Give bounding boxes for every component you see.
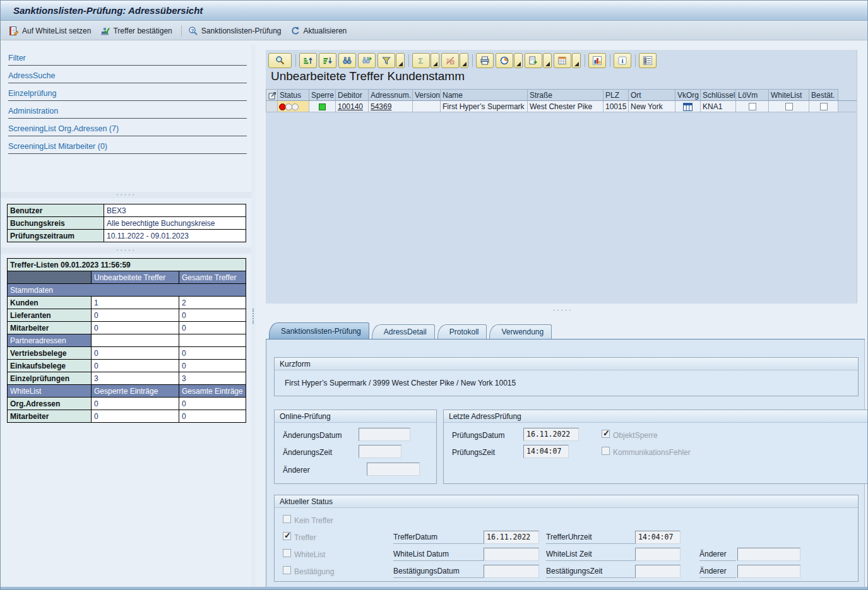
trefferdatum-field[interactable]: 16.11.2022 (484, 531, 539, 544)
subtotal-dropdown-icon[interactable] (460, 53, 468, 68)
col-header-name[interactable]: Name (441, 90, 528, 101)
sort-descending-icon[interactable] (319, 53, 336, 68)
subtotal-icon[interactable]: Σ (441, 53, 459, 68)
col-header-ort[interactable]: Ort (629, 90, 675, 101)
select-all-icon[interactable] (266, 90, 278, 101)
pruefungsdatum-field[interactable]: 16.11.2022 (523, 428, 579, 441)
toolbar-separator (635, 54, 636, 67)
layout-dropdown-icon[interactable] (572, 53, 581, 68)
tab-sanktionslisten-pruefung[interactable]: Sanktionslisten-Prüfung (269, 322, 369, 339)
tab-content-panel: Kurzform First Hyper’s Supermark / 3999 … (266, 339, 865, 587)
row-value: 0 (92, 309, 179, 322)
bestaet-cell (809, 101, 838, 112)
nav-link-einzelpruefung[interactable]: Einzelprüfung (8, 83, 247, 101)
info-icon[interactable]: i (614, 53, 631, 68)
views-icon[interactable] (496, 53, 513, 68)
pruefungszeit-field[interactable]: 14:04:07 (523, 445, 569, 458)
col-header-debitor[interactable]: Debitor (336, 90, 369, 101)
confirm-hit-button[interactable]: Treffer bestätigen (97, 24, 177, 38)
vkorg-cell[interactable] (675, 101, 701, 112)
col-header-adressnum[interactable]: Adressnum. (369, 90, 413, 101)
sum-icon[interactable]: Σ (412, 53, 430, 68)
whitelist-checkbox[interactable] (785, 103, 793, 110)
ort-cell: New York (629, 101, 675, 112)
col-header-schluessel[interactable]: Schlüssel (701, 90, 736, 101)
nav-link-screeninglist-mitarbeiter[interactable]: ScreeningList Mitarbeiter (0) (8, 136, 247, 154)
layout-icon[interactable] (554, 53, 571, 68)
checklist-icon[interactable] (639, 53, 657, 68)
bestaetigungszeit-field[interactable] (635, 565, 681, 578)
trefferuhrzeit-field[interactable]: 14:04:07 (635, 531, 681, 544)
sort-ascending-icon[interactable] (299, 53, 317, 68)
sperre-cell (309, 101, 336, 112)
sum-dropdown-icon[interactable] (431, 53, 439, 68)
whitelist-datum-field[interactable] (484, 548, 539, 561)
set-whitelist-label: Auf WhiteList setzen (22, 27, 91, 35)
objektsperre-checkbox[interactable] (602, 430, 610, 438)
band-whitelist-col: Gesperrte Einträge (92, 385, 179, 398)
tab-verwendung[interactable]: Verwendung (489, 324, 552, 339)
aenderer1-field[interactable] (737, 548, 800, 561)
filter-dropdown-icon[interactable] (396, 53, 405, 68)
col-header-vkorg[interactable]: VkOrg (675, 90, 701, 101)
whitelist-zeit-field[interactable] (635, 548, 681, 561)
find-icon[interactable] (338, 53, 356, 68)
col-header-bestaet[interactable]: Bestät. (809, 90, 838, 101)
kommunikationsfehler-checkbox[interactable] (602, 447, 610, 455)
set-whitelist-button[interactable]: Auf WhiteList setzen (6, 24, 97, 38)
aenderer-label: Änderer (283, 466, 310, 475)
col-header-sperre[interactable]: Sperre (309, 90, 336, 101)
row-selector[interactable] (266, 101, 278, 112)
nav-link-filter[interactable]: Filter (8, 48, 247, 66)
splitter-grip (253, 309, 254, 324)
col-header-version[interactable]: Version (413, 90, 441, 101)
col-header-status[interactable]: Status (278, 90, 309, 101)
export-dropdown-icon[interactable] (543, 53, 552, 68)
nav-link-screeninglist-org[interactable]: ScreeningList Org.Adressen (7) (8, 119, 247, 136)
whitelist-datum-label: WhiteList Datum (393, 548, 484, 561)
export-icon[interactable] (525, 53, 542, 68)
sanctions-check-button[interactable]: ? Sanktionslisten-Prüfung (185, 24, 287, 38)
col-header-plz[interactable]: PLZ (603, 90, 629, 101)
col-header-whitelist[interactable]: WhiteList (769, 90, 809, 101)
nav-link-administration[interactable]: Administration (8, 101, 247, 119)
row-label: Org.Adressen (8, 398, 92, 410)
kurzform-groupbox: Kurzform First Hyper’s Supermark / 3999 … (274, 357, 859, 396)
aenderungsdatum-field[interactable] (359, 428, 410, 441)
tab-protokoll[interactable]: Protokoll (437, 324, 487, 339)
find-next-icon[interactable] (358, 53, 376, 68)
adressnum-link[interactable]: 54369 (371, 102, 391, 111)
aenderungszeit-label: ÄnderungsZeit (283, 448, 332, 457)
aenderer2-field[interactable] (737, 565, 800, 578)
debitor-link[interactable]: 100140 (338, 102, 363, 111)
details-icon[interactable] (268, 53, 292, 68)
refresh-button[interactable]: Aktualisieren (287, 24, 353, 38)
row-value: 3 (179, 372, 246, 385)
groupbox-title: Kurzform (280, 360, 311, 369)
kein-treffer-checkbox[interactable] (283, 515, 291, 523)
aenderungszeit-field[interactable] (359, 445, 401, 458)
tab-adressdetail[interactable]: AdressDetail (372, 324, 435, 339)
col-header-strasse[interactable]: Straße (528, 90, 603, 101)
treffer-checkbox[interactable] (283, 532, 291, 540)
views-dropdown-icon[interactable] (514, 53, 523, 68)
nav-link-list: Filter AdressSuche Einzelprüfung Adminis… (8, 48, 247, 154)
horizontal-pane-splitter[interactable]: ····· (534, 305, 591, 314)
bestaetigung-status-checkbox[interactable] (283, 566, 291, 574)
print-icon[interactable] (476, 53, 494, 68)
pane-splitter[interactable] (251, 45, 256, 588)
whitelist-zeit-label: WhiteList Zeit (546, 548, 635, 561)
aenderer-field[interactable] (367, 463, 420, 476)
bestaetigungsdatum-field[interactable] (484, 565, 539, 578)
nav-link-adresssuche[interactable]: AdressSuche (8, 66, 247, 83)
bestaetigung-checkbox[interactable] (820, 103, 828, 110)
whitelist-status-label: WhiteList (294, 550, 325, 559)
table-row: Einkaufsbelege 0 0 (8, 360, 246, 372)
filter-icon[interactable] (378, 53, 395, 68)
horizontal-splitter[interactable]: ····· (1, 247, 251, 254)
graphic-icon[interactable] (588, 53, 606, 68)
col-header-loevm[interactable]: LöVm (736, 90, 769, 101)
whitelist-status-checkbox[interactable] (283, 549, 291, 557)
loevm-checkbox[interactable] (749, 103, 756, 110)
horizontal-splitter[interactable]: ····· (1, 192, 251, 198)
